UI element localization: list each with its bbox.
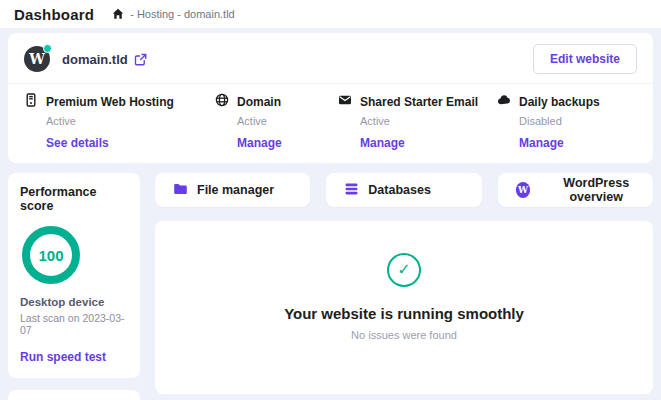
cloud-icon <box>497 93 511 111</box>
service-premium-web-hosting: Premium Web Hosting Active See details <box>24 93 215 150</box>
performance-score-card: Performance score 100 Desktop device Las… <box>8 173 140 378</box>
service-shared-starter-email: Shared Starter Email Active Manage <box>338 93 497 150</box>
service-name: Shared Starter Email <box>360 95 478 109</box>
online-status-dot <box>43 44 52 53</box>
home-icon[interactable] <box>112 8 124 20</box>
globe-icon <box>215 93 229 111</box>
service-domain: Domain Active Manage <box>215 93 338 150</box>
service-status: Active <box>237 115 338 127</box>
page-title: Dashboard <box>14 6 94 23</box>
right-column: File manager Databases W WordPress over <box>155 173 653 394</box>
service-name: Domain <box>237 95 281 109</box>
external-link-icon[interactable] <box>134 53 147 66</box>
website-status-panel: ✓ Your website is running smoothly No is… <box>155 221 653 394</box>
service-name: Daily backups <box>519 95 600 109</box>
service-daily-backups: Daily backups Disabled Manage <box>497 93 637 150</box>
topbar: Dashboard - Hosting - domain.tld <box>0 0 661 28</box>
lower-section: Performance score 100 Desktop device Las… <box>8 173 653 394</box>
left-column: Performance score 100 Desktop device Las… <box>8 173 140 394</box>
last-scan-label: Last scan on 2023-03-07 <box>20 312 128 336</box>
service-manage-link[interactable]: Manage <box>360 136 497 150</box>
service-manage-link[interactable]: Manage <box>237 136 338 150</box>
status-subtitle: No issues were found <box>351 329 457 341</box>
website-avatar: W <box>24 46 50 72</box>
service-status: Active <box>360 115 497 127</box>
website-header: W domain.tld Edit website <box>8 33 653 83</box>
quick-action-label: Databases <box>368 183 431 197</box>
website-name: domain.tld <box>62 52 128 67</box>
service-status: Active <box>46 115 215 127</box>
score-value: 100 <box>38 247 63 264</box>
device-label: Desktop device <box>20 296 128 308</box>
score-ring: 100 <box>22 226 80 284</box>
databases-button[interactable]: Databases <box>326 173 481 207</box>
folder-icon <box>173 182 188 199</box>
service-manage-link[interactable]: Manage <box>519 136 637 150</box>
database-icon <box>344 182 359 199</box>
wordpress-icon: W <box>516 182 531 198</box>
services-row: Premium Web Hosting Active See details <box>8 84 653 163</box>
breadcrumb[interactable]: - Hosting - domain.tld <box>112 8 235 20</box>
edit-website-button[interactable]: Edit website <box>533 44 637 74</box>
quick-action-label: File manager <box>197 183 274 197</box>
website-safe-card: ✓ Website is safe No malware found See d… <box>8 390 140 400</box>
breadcrumb-text: - Hosting - domain.tld <box>130 8 235 20</box>
dashboard-content: W domain.tld Edit website <box>0 28 661 400</box>
run-speed-test-link[interactable]: Run speed test <box>20 350 128 364</box>
service-see-details-link[interactable]: See details <box>46 136 215 150</box>
status-title: Your website is running smoothly <box>284 305 524 322</box>
check-circle-icon: ✓ <box>387 253 421 287</box>
quick-actions-row: File manager Databases W WordPress over <box>155 173 653 207</box>
service-name: Premium Web Hosting <box>46 95 174 109</box>
wordpress-overview-button[interactable]: W WordPress overview <box>498 173 653 207</box>
performance-title: Performance score <box>20 185 128 213</box>
quick-action-label: WordPress overview <box>539 176 653 204</box>
file-manager-button[interactable]: File manager <box>155 173 310 207</box>
envelope-icon <box>338 93 352 111</box>
service-status: Disabled <box>519 115 637 127</box>
website-card: W domain.tld Edit website <box>8 33 653 163</box>
server-icon <box>24 93 38 111</box>
